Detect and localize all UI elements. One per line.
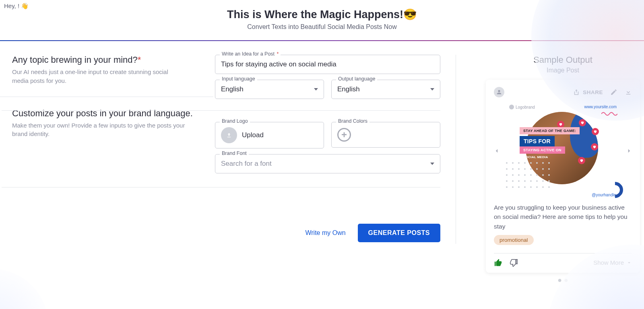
chevron-down-icon: [314, 88, 318, 91]
heart-icon: [579, 119, 586, 126]
avatar-icon: [494, 87, 504, 97]
hero-title: This is Where the Magic Happens!😎: [0, 8, 644, 21]
brand-font-label: Brand Font: [220, 150, 249, 156]
preview-tag-2: TIPS FOR: [520, 136, 555, 146]
arc-decor: [604, 179, 627, 202]
carousel-pager: ● ●: [486, 276, 640, 284]
preview-url: www.yoursite.com: [584, 105, 617, 109]
idea-input[interactable]: Tips for staying active on social media: [221, 60, 336, 68]
required-asterisk: *: [138, 55, 141, 65]
plus-icon: +: [337, 128, 351, 142]
hero-subtitle: Convert Texts into Beautiful Social Medi…: [0, 23, 644, 31]
vertical-divider: [456, 55, 456, 244]
upload-icon: [221, 127, 237, 143]
thumbs-down-button[interactable]: [509, 258, 518, 267]
write-my-own-link[interactable]: Write my Own: [305, 229, 345, 237]
brand-font-placeholder: Search for a font: [221, 160, 272, 168]
sample-title: Sample Output: [486, 55, 640, 65]
section-divider-1: [0, 97, 213, 97]
brand-colors-picker[interactable]: Brand Colors +: [331, 122, 440, 148]
input-language-label: Input language: [220, 76, 257, 82]
show-more-button[interactable]: Show More: [593, 259, 632, 266]
heart-icon: [591, 143, 598, 150]
preview-tag-3: STAYING ACTIVE ON: [520, 146, 565, 154]
share-button[interactable]: SHARE: [573, 89, 603, 96]
show-more-label: Show More: [593, 259, 624, 266]
section-topic-title: Any topic brewing in your mind?*: [12, 55, 201, 65]
output-language-value: English: [337, 85, 360, 93]
chevron-right-icon[interactable]: [625, 147, 633, 154]
wave-decor: [601, 111, 617, 117]
thumbs-up-button[interactable]: [494, 258, 503, 267]
upload-button-label: Upload: [242, 131, 264, 139]
output-language-label: Output language: [336, 76, 377, 82]
brand-font-select[interactable]: Brand Font Search for a font: [215, 154, 440, 173]
generate-posts-button[interactable]: GENERATE POSTS: [358, 224, 440, 242]
heart-icon: [578, 157, 585, 164]
idea-field-label: Write an Idea for a Post: [222, 51, 275, 57]
download-button[interactable]: [625, 89, 632, 96]
preview-tag-1: STAY AHEAD OF THE GAME:: [520, 127, 580, 134]
preview-brand: Logobrand: [509, 105, 535, 109]
section-brand-title: Customize your posts in your brand langu…: [12, 108, 201, 119]
share-icon: [573, 89, 580, 96]
chevron-down-icon: [430, 163, 434, 165]
section-topic-title-text: Any topic brewing in your mind?: [12, 55, 138, 65]
edit-button[interactable]: [610, 89, 617, 96]
input-language-value: English: [221, 85, 244, 93]
sample-card: SHARE Logobrand www.yoursite.com: [486, 80, 640, 273]
share-label: SHARE: [583, 89, 603, 95]
chevron-down-icon: [430, 88, 434, 91]
sample-subtitle: Image Post: [486, 67, 640, 74]
idea-field[interactable]: Write an Idea for a Post * Tips for stay…: [215, 55, 440, 74]
post-caption: Are you struggling to keep your business…: [494, 203, 632, 231]
section-divider-1b: [2, 110, 440, 111]
brand-logo-upload[interactable]: Brand Logo Upload: [215, 122, 324, 148]
post-preview: Logobrand www.yoursite.com STAY AHEAD OF…: [504, 105, 622, 197]
section-brand-desc: Make them your own! Provide a few inputs…: [12, 121, 185, 139]
required-asterisk: *: [275, 51, 279, 57]
input-language-select[interactable]: Input language English: [215, 80, 324, 99]
hero: This is Where the Magic Happens!😎 Conver…: [0, 8, 644, 31]
heart-icon: [592, 128, 599, 135]
greeting-text: Hey, ! 👋: [4, 2, 29, 10]
section-topic-desc: Our AI needs just a one-line input to cr…: [12, 68, 185, 85]
tag-chip: promotional: [494, 235, 534, 245]
output-language-select[interactable]: Output language English: [331, 80, 440, 99]
chevron-left-icon[interactable]: [493, 147, 500, 154]
brand-logo-label: Brand Logo: [220, 118, 250, 124]
section-divider-2: [2, 187, 440, 187]
preview-tag-4: SOCIAL MEDIA: [520, 154, 552, 161]
brand-colors-label: Brand Colors: [336, 118, 369, 124]
chevron-down-icon: [626, 260, 632, 266]
dot-grid-decor: [506, 162, 552, 190]
